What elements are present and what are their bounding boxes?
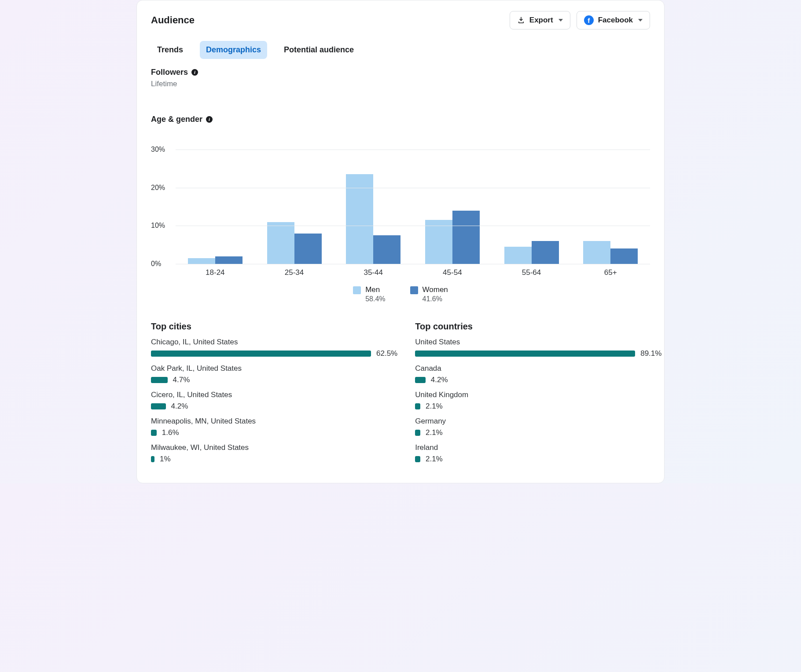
x-tick-label: 18-24: [176, 268, 255, 277]
age-gender-chart: 0%10%20%30%: [151, 132, 650, 264]
legend-women: Women 41.6%: [410, 285, 448, 304]
tab-trends[interactable]: Trends: [151, 41, 189, 59]
hbar: [415, 456, 420, 462]
x-tick-label: 65+: [571, 268, 650, 277]
top-countries: Top countries United States89.1%Canada4.…: [415, 321, 661, 470]
legend-women-pct: 41.6%: [423, 295, 448, 304]
hbar-wrap: 89.1%: [415, 349, 661, 358]
bar-women: [373, 235, 400, 264]
x-tick-label: 25-34: [255, 268, 334, 277]
bar-men: [504, 247, 532, 264]
legend-men-label: Men: [365, 285, 385, 295]
bar-group: [176, 150, 255, 264]
chevron-down-icon: [638, 19, 643, 22]
hbar: [415, 351, 635, 357]
bar-women: [294, 234, 322, 264]
hbar-wrap: 4.7%: [151, 376, 397, 384]
hbar: [151, 430, 157, 436]
list-item: Germany2.1%: [415, 417, 661, 437]
hbar-value: 2.1%: [426, 428, 443, 437]
hbar-value: 2.1%: [426, 455, 443, 464]
top-cities-title: Top cities: [151, 321, 397, 332]
hbar-wrap: 4.2%: [415, 376, 661, 384]
legend-men-pct: 58.4%: [365, 295, 385, 304]
list-item: Canada4.2%: [415, 364, 661, 384]
list-item: Milwaukee, WI, United States1%: [151, 443, 397, 464]
bar-men: [188, 258, 215, 264]
list-item: United Kingdom2.1%: [415, 391, 661, 411]
hbar: [151, 456, 154, 462]
age-gender-title: Age & gender: [151, 115, 202, 124]
list-item-label: Canada: [415, 364, 661, 373]
x-tick-label: 35-44: [334, 268, 413, 277]
download-icon: [517, 16, 525, 24]
hbar: [151, 403, 166, 409]
y-tick-label: 30%: [151, 146, 165, 153]
bar-men: [583, 241, 610, 264]
gridline: [176, 188, 650, 188]
legend-men: Men 58.4%: [353, 285, 385, 304]
hbar: [415, 377, 426, 383]
hbar-wrap: 62.5%: [151, 349, 397, 358]
bar-group: [334, 150, 413, 264]
list-item-label: Germany: [415, 417, 661, 426]
list-item: Cicero, IL, United States4.2%: [151, 391, 397, 411]
top-cities: Top cities Chicago, IL, United States62.…: [151, 321, 397, 470]
card-title: Audience: [151, 15, 195, 26]
bar-men: [425, 220, 452, 264]
hbar-wrap: 1.6%: [151, 428, 397, 437]
followers-subtitle: Lifetime: [151, 80, 650, 88]
bar-group: [492, 150, 571, 264]
bar-group: [255, 150, 334, 264]
y-axis: 0%10%20%30%: [151, 132, 176, 264]
export-button[interactable]: Export: [510, 11, 570, 29]
audience-card: Audience Export f Facebook Trends Demogr: [136, 0, 665, 483]
tab-potential-audience[interactable]: Potential audience: [278, 41, 360, 59]
card-header: Audience Export f Facebook: [151, 11, 650, 33]
hbar: [151, 351, 371, 357]
hbar: [415, 403, 420, 409]
list-item-label: Chicago, IL, United States: [151, 338, 397, 347]
top-lists: Top cities Chicago, IL, United States62.…: [151, 321, 650, 470]
list-item: United States89.1%: [415, 338, 661, 358]
hbar-wrap: 4.2%: [151, 402, 397, 411]
tab-demographics[interactable]: Demographics: [200, 41, 267, 59]
info-icon[interactable]: i: [191, 69, 198, 76]
swatch-women: [410, 286, 418, 294]
swatch-men: [353, 286, 361, 294]
hbar-wrap: 2.1%: [415, 455, 661, 464]
hbar-value: 4.7%: [173, 376, 190, 384]
hbar: [151, 377, 168, 383]
hbar-value: 4.2%: [171, 402, 188, 411]
platform-select[interactable]: f Facebook: [577, 11, 650, 29]
list-item: Ireland2.1%: [415, 443, 661, 464]
legend-women-label: Women: [423, 285, 448, 295]
header-actions: Export f Facebook: [510, 11, 650, 29]
hbar-value: 1%: [160, 455, 171, 464]
age-gender-section: Age & gender i 0%10%20%30% 18-2425-3435-…: [151, 115, 650, 304]
age-gender-title-row: Age & gender i: [151, 115, 650, 124]
list-item-label: Milwaukee, WI, United States: [151, 443, 397, 452]
top-countries-title: Top countries: [415, 321, 661, 332]
list-item: Minneapolis, MN, United States1.6%: [151, 417, 397, 437]
list-item-label: United States: [415, 338, 661, 347]
bar-women: [610, 248, 638, 264]
bar-women: [452, 211, 480, 264]
x-tick-label: 55-64: [492, 268, 571, 277]
hbar-value: 89.1%: [640, 349, 661, 358]
list-item-label: Oak Park, IL, United States: [151, 364, 397, 373]
followers-title-row: Followers i: [151, 68, 650, 77]
y-tick-label: 10%: [151, 222, 165, 230]
hbar-value: 2.1%: [426, 402, 443, 411]
list-item: Chicago, IL, United States62.5%: [151, 338, 397, 358]
list-item-label: Cicero, IL, United States: [151, 391, 397, 399]
y-tick-label: 20%: [151, 184, 165, 192]
gridline: [176, 264, 650, 264]
bar-group: [413, 150, 492, 264]
bar-group: [571, 150, 650, 264]
hbar-value: 1.6%: [162, 428, 179, 437]
list-item-label: Minneapolis, MN, United States: [151, 417, 397, 426]
chart-legend: Men 58.4% Women 41.6%: [151, 285, 650, 304]
chevron-down-icon: [558, 19, 563, 22]
info-icon[interactable]: i: [206, 116, 213, 123]
